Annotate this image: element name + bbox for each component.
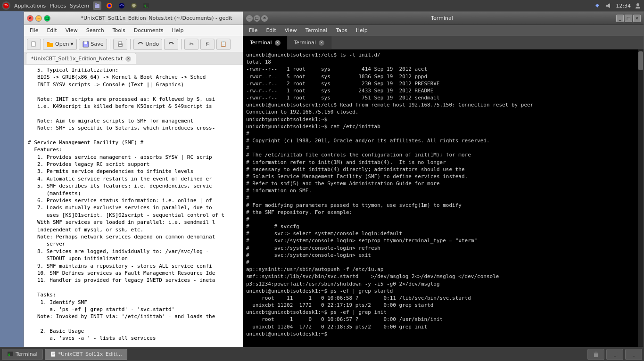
gedit-tab-label: *UnixCBT_Sol11x_Edition_Notes.txt bbox=[31, 56, 123, 62]
gedit-text: 5. Typical Initialization: BIOS -> GRUB(… bbox=[28, 66, 260, 342]
pidgin-icon[interactable] bbox=[130, 1, 138, 10]
gedit-toolbar: Open ▼ Save Undo bbox=[24, 36, 264, 52]
gedit-menu-edit[interactable]: Edit bbox=[43, 26, 60, 34]
top-bar: Applications Places System $_ 12:34 bbox=[0, 0, 644, 11]
taskbar-trash[interactable] bbox=[587, 349, 604, 360]
new-doc-icon bbox=[30, 41, 38, 48]
terminal-menu-file[interactable]: File bbox=[245, 26, 261, 34]
terminal-tab-2[interactable]: Terminal ✕ bbox=[288, 36, 332, 49]
gedit-menu-file[interactable]: File bbox=[26, 26, 42, 34]
taskbar-terminal-icon: $ bbox=[7, 351, 14, 358]
taskbar-gedit-label: *UnixCBT_Sol11x_Editi... bbox=[58, 351, 122, 357]
terminal-text: unixcbt@unixcbtsolserv1:/etc$ ls -l init… bbox=[246, 51, 635, 337]
firefox-icon[interactable] bbox=[105, 1, 114, 10]
gedit-title: *UnixCBT_Sol11x_Edition_Notes.txt (~/Doc… bbox=[52, 15, 261, 21]
paste-icon: 📋 bbox=[220, 41, 227, 48]
gedit-redo-btn[interactable] bbox=[164, 39, 178, 50]
terminal-tab2-close[interactable]: ✕ bbox=[319, 40, 324, 46]
gedit-cut-btn[interactable]: ✂ bbox=[184, 39, 198, 50]
terminal-menu-help[interactable]: Help bbox=[352, 26, 372, 34]
gedit-print-btn[interactable] bbox=[113, 39, 127, 50]
terminal-output[interactable]: unixcbt@unixcbtsolserv1:/etc$ ls -l init… bbox=[243, 49, 638, 355]
gedit-menu-help[interactable]: Help bbox=[168, 26, 187, 34]
gedit-menu-documents[interactable]: Documents bbox=[130, 26, 167, 34]
gedit-tab-close[interactable]: ✕ bbox=[125, 56, 131, 62]
user-icon[interactable] bbox=[634, 1, 642, 10]
print-icon bbox=[116, 41, 124, 48]
gedit-save-btn[interactable]: Save bbox=[79, 39, 107, 50]
svg-rect-32 bbox=[612, 352, 618, 356]
gedit-editor[interactable]: 5. Typical Initialization: BIOS -> GRUB(… bbox=[24, 65, 264, 350]
network-icon[interactable] bbox=[593, 1, 602, 10]
taskbar-settings[interactable] bbox=[625, 349, 642, 360]
terminal-wctrl-close[interactable]: ✕ bbox=[633, 15, 641, 22]
open-folder-icon bbox=[46, 41, 54, 48]
top-bar-right: 12:34 bbox=[593, 1, 642, 10]
terminal-tab1-close[interactable]: ✕ bbox=[275, 40, 281, 46]
terminal-wctrl-max[interactable]: □ bbox=[625, 15, 632, 22]
thunderbird-icon[interactable] bbox=[117, 1, 126, 10]
gedit-doc-tab[interactable]: *UnixCBT_Sol11x_Edition_Notes.txt ✕ bbox=[26, 53, 136, 64]
applications-menu[interactable]: Applications bbox=[14, 3, 46, 9]
terminal-tab1-label: Terminal bbox=[250, 40, 272, 46]
terminal-window: − □ ✕ Terminal _ □ ✕ File Edit View Term… bbox=[243, 11, 644, 355]
toolbar-separator1 bbox=[110, 39, 110, 49]
gedit-menu-search[interactable]: Search bbox=[83, 26, 108, 34]
svg-rect-21 bbox=[119, 41, 122, 44]
desktop: ✕ − □ *UnixCBT_Sol11x_Edition_Notes.txt … bbox=[0, 11, 644, 361]
gedit-menu-tools[interactable]: Tools bbox=[109, 26, 129, 34]
undo-icon bbox=[137, 41, 144, 48]
terminal-titlebar: − □ ✕ Terminal _ □ ✕ bbox=[243, 12, 644, 25]
gnome-foot-icon[interactable] bbox=[2, 1, 10, 10]
terminal-tab-1[interactable]: Terminal ✕ bbox=[243, 36, 288, 49]
gedit-open-btn[interactable]: Open ▼ bbox=[43, 39, 77, 50]
taskbar-terminal[interactable]: $ Terminal bbox=[2, 349, 43, 360]
svg-rect-35 bbox=[631, 352, 636, 356]
gedit-close-btn[interactable]: ✕ bbox=[27, 15, 33, 22]
places-menu[interactable]: Places bbox=[50, 3, 66, 9]
svg-point-13 bbox=[636, 3, 639, 6]
svg-rect-19 bbox=[84, 44, 88, 47]
cut-icon: ✂ bbox=[188, 41, 195, 48]
gedit-maximize-btn[interactable]: □ bbox=[44, 15, 50, 22]
volume-icon[interactable] bbox=[604, 1, 613, 10]
terminal-btn3[interactable]: ✕ bbox=[261, 15, 268, 22]
terminal-taskbar-icon[interactable]: $_ bbox=[142, 1, 150, 10]
taskbar-gedit-icon bbox=[50, 351, 57, 358]
gedit-titlebar: ✕ − □ *UnixCBT_Sol11x_Edition_Notes.txt … bbox=[24, 12, 264, 25]
gedit-new-btn[interactable] bbox=[27, 39, 41, 50]
terminal-menubar: File Edit View Terminal Tabs Help bbox=[243, 25, 644, 36]
taskbar-gedit[interactable]: *UnixCBT_Sol11x_Editi... bbox=[45, 349, 127, 360]
file-manager-icon[interactable] bbox=[93, 1, 101, 10]
system-menu[interactable]: System bbox=[70, 3, 89, 9]
svg-rect-18 bbox=[84, 41, 87, 44]
terminal-btn2[interactable]: □ bbox=[254, 15, 260, 22]
taskbar-right bbox=[587, 349, 642, 360]
terminal-scrollbar[interactable] bbox=[638, 49, 644, 355]
toolbar-separator3 bbox=[181, 39, 182, 49]
gedit-copy-btn[interactable]: ⎘ bbox=[200, 39, 215, 50]
terminal-body: unixcbt@unixcbtsolserv1:/etc$ ls -l init… bbox=[243, 49, 644, 355]
taskbar-system-prefs[interactable] bbox=[606, 349, 623, 360]
terminal-btn1[interactable]: − bbox=[246, 15, 253, 22]
gedit-undo-btn[interactable]: Undo bbox=[133, 39, 163, 50]
settings-icon bbox=[630, 351, 637, 358]
gedit-minimize-btn[interactable]: − bbox=[35, 15, 42, 22]
scrollbar-thumb[interactable] bbox=[638, 51, 643, 70]
undo-label: Undo bbox=[146, 41, 159, 47]
gedit-menu-view[interactable]: View bbox=[62, 26, 82, 34]
gedit-tabs: *UnixCBT_Sol11x_Edition_Notes.txt ✕ bbox=[24, 52, 264, 65]
terminal-tabs-row: Terminal ✕ Terminal ✕ bbox=[243, 36, 644, 49]
save-icon bbox=[82, 41, 90, 48]
top-bar-left: Applications Places System $_ bbox=[2, 1, 150, 10]
gedit-menubar: File Edit View Search Tools Documents He… bbox=[24, 25, 264, 36]
gedit-paste-btn[interactable]: 📋 bbox=[216, 39, 231, 50]
svg-rect-4 bbox=[95, 4, 99, 8]
terminal-menu-edit[interactable]: Edit bbox=[262, 26, 280, 34]
terminal-wctrl-min[interactable]: _ bbox=[616, 15, 624, 22]
open-dropdown-arrow[interactable]: ▼ bbox=[70, 42, 73, 46]
taskbar-terminal-label: Terminal bbox=[16, 351, 38, 357]
terminal-menu-tabs[interactable]: Tabs bbox=[332, 26, 351, 34]
terminal-menu-view[interactable]: View bbox=[281, 26, 301, 34]
terminal-menu-terminal[interactable]: Terminal bbox=[302, 26, 331, 34]
